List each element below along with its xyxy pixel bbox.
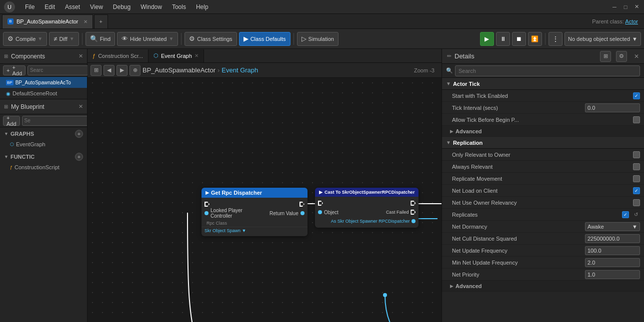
only-relevant-checkbox[interactable] bbox=[633, 151, 640, 158]
replicates-reset-button[interactable]: ↺ bbox=[632, 211, 640, 219]
blueprint-canvas[interactable]: ▶ Get Rpc Dispatcher Looked Player Contr… bbox=[88, 78, 442, 322]
menu-debug[interactable]: Debug bbox=[111, 2, 132, 11]
graphs-add-button[interactable]: + bbox=[75, 130, 83, 138]
debug-object-select[interactable]: No debug object selected ▼ bbox=[564, 32, 641, 46]
details-settings-button[interactable]: ⚙ bbox=[616, 51, 627, 62]
prop-min-net-update-freq: Min Net Update Frequency 2.0 bbox=[442, 257, 644, 269]
menu-asset[interactable]: Asset bbox=[63, 2, 82, 11]
actor-tick-chevron: ▼ bbox=[446, 81, 451, 86]
component-root-item[interactable]: ◉ DefaultSceneRoot bbox=[0, 88, 87, 99]
net-priority-input[interactable]: 1.0 bbox=[585, 270, 640, 279]
compile-icon: ⚙ bbox=[8, 35, 14, 42]
details-grid-button[interactable]: ⊞ bbox=[600, 51, 611, 62]
toolbar: ⚙ Compile ▼ ≠ Diff ▼ 🔍 Find 👁 Hide Unrel… bbox=[0, 29, 644, 49]
breadcrumb-separator: › bbox=[218, 66, 220, 74]
breadcrumb-current[interactable]: Event Graph bbox=[222, 66, 258, 74]
hide-unrelated-button[interactable]: 👁 Hide Unrelated ▼ bbox=[117, 32, 178, 46]
breadcrumb-root[interactable]: BP_AutoSpawnableActor bbox=[142, 66, 216, 74]
replicates-checkbox[interactable] bbox=[622, 211, 629, 218]
event-graph-tab-icon: ⬡ bbox=[154, 52, 158, 59]
actor-tick-section-header[interactable]: ▼ Actor Tick bbox=[442, 78, 644, 90]
diff-dropdown-icon[interactable]: ▼ bbox=[70, 36, 74, 41]
stop-button[interactable]: ⏹ bbox=[512, 32, 526, 46]
find-button[interactable]: 🔍 Find bbox=[86, 32, 115, 46]
graphs-section-header[interactable]: ▼ GRAPHS + bbox=[0, 128, 87, 139]
min-net-update-input[interactable]: 2.0 bbox=[585, 258, 640, 267]
prop-only-relevant: Only Relevant to Owner bbox=[442, 149, 644, 161]
replication-advanced-header[interactable]: ▶ Advanced bbox=[442, 281, 644, 292]
graphs-section: ▼ GRAPHS + ⬡ EventGraph bbox=[0, 127, 87, 150]
components-add-button[interactable]: + + Add bbox=[3, 65, 26, 75]
play-button[interactable]: ▶ bbox=[480, 32, 494, 46]
my-blueprint-add-button[interactable]: + Add bbox=[3, 116, 20, 126]
canvas-tab-construction[interactable]: ƒ Construction Scr... bbox=[88, 49, 148, 62]
actor-tick-advanced-title: Advanced bbox=[456, 128, 640, 134]
menu-window[interactable]: Window bbox=[138, 2, 164, 11]
details-search-input[interactable] bbox=[455, 65, 640, 76]
toolbar-right: ▶ ⏸ ⏹ ⏫ ⋮ No debug object selected ▼ bbox=[480, 32, 641, 46]
net-cull-input[interactable]: 225000000.0 bbox=[585, 234, 640, 243]
prop-tick-interval-value: 0.0 bbox=[585, 103, 640, 112]
construction-script-item[interactable]: ƒ ConstructionScript bbox=[0, 162, 87, 172]
functions-title: FUNCTIC bbox=[10, 154, 73, 160]
skip-button[interactable]: ⏫ bbox=[528, 32, 542, 46]
prop-tick-interval-label: Tick Interval (secs) bbox=[452, 105, 585, 111]
net-load-checkbox[interactable] bbox=[633, 187, 640, 194]
node-get-rpc-dispatcher-1[interactable]: ▶ Get Rpc Dispatcher Looked Player Contr… bbox=[202, 188, 308, 236]
my-blueprint-close[interactable]: ✕ bbox=[78, 103, 83, 110]
net-dormancy-select[interactable]: Awake ▼ bbox=[585, 222, 640, 231]
hide-dropdown-icon[interactable]: ▼ bbox=[168, 36, 174, 41]
menu-edit[interactable]: Edit bbox=[42, 2, 57, 11]
event-graph-item[interactable]: ⬡ EventGraph bbox=[0, 139, 87, 149]
my-blueprint-search-input[interactable] bbox=[22, 116, 87, 126]
nav-back-button[interactable]: ◀ bbox=[104, 65, 114, 76]
new-tab[interactable]: + bbox=[94, 14, 108, 28]
nav-forward-button[interactable]: ▶ bbox=[116, 65, 128, 76]
replicate-movement-checkbox[interactable] bbox=[633, 175, 640, 182]
node2-pin-object bbox=[318, 210, 322, 214]
diff-button[interactable]: ≠ Diff ▼ bbox=[49, 32, 78, 46]
minimize-button[interactable]: ─ bbox=[611, 3, 618, 10]
class-settings-button[interactable]: ⚙ Class Settings bbox=[184, 32, 236, 46]
prop-net-update-freq-label: Net Update Frequency bbox=[452, 248, 585, 254]
components-close[interactable]: ✕ bbox=[78, 53, 83, 59]
components-search-input[interactable] bbox=[28, 65, 96, 75]
menu-view[interactable]: View bbox=[88, 2, 105, 11]
actor-tick-advanced-header[interactable]: ▶ Advanced bbox=[442, 126, 644, 137]
find-icon: 🔍 bbox=[90, 35, 98, 42]
component-bp-item[interactable]: BP BP_AutoSpawnableAcTo bbox=[0, 77, 87, 88]
tick-interval-input[interactable]: 0.0 bbox=[585, 103, 640, 112]
always-relevant-checkbox[interactable] bbox=[633, 163, 640, 170]
menu-file[interactable]: File bbox=[23, 2, 36, 11]
grid-button[interactable]: ⊞ bbox=[90, 65, 102, 76]
menu-tools[interactable]: Tools bbox=[170, 2, 188, 11]
details-close[interactable]: ✕ bbox=[634, 53, 639, 60]
parent-class-link[interactable]: Actor bbox=[625, 18, 638, 24]
node-cast-object[interactable]: ▶ Cast To SkrObjectSpawnerRPCDispatcher … bbox=[315, 188, 418, 228]
components-header: ⊞ Components ✕ bbox=[0, 49, 87, 64]
main-tab-active[interactable]: B BP_AutoSpawnableActor ✕ bbox=[2, 14, 93, 28]
close-button[interactable]: ✕ bbox=[633, 3, 640, 10]
prop-always-relevant-label: Always Relevant bbox=[452, 164, 633, 170]
pause-button[interactable]: ⏸ bbox=[496, 32, 510, 46]
class-defaults-button[interactable]: ▶ Class Defaults bbox=[239, 32, 290, 46]
allow-tick-checkbox[interactable] bbox=[633, 116, 640, 123]
event-graph-tab-close[interactable]: ✕ bbox=[194, 53, 198, 58]
start-tick-checkbox[interactable] bbox=[633, 92, 640, 99]
menu-help[interactable]: Help bbox=[194, 2, 210, 11]
compile-dropdown-icon[interactable]: ▼ bbox=[38, 36, 42, 41]
replication-section-header[interactable]: ▼ Replication bbox=[442, 137, 644, 149]
maximize-button[interactable]: □ bbox=[622, 3, 629, 10]
functions-add-button[interactable]: + bbox=[75, 153, 83, 161]
canvas-tab-event-graph[interactable]: ⬡ Event Graph ✕ bbox=[148, 49, 204, 62]
more-button[interactable]: ⋮ bbox=[548, 32, 562, 46]
compile-button[interactable]: ⚙ Compile ▼ bbox=[3, 32, 47, 46]
main-tab-close[interactable]: ✕ bbox=[84, 19, 88, 24]
parent-class-info: Parent class: Actor bbox=[592, 18, 642, 24]
net-update-freq-input[interactable]: 100.0 bbox=[585, 246, 640, 255]
net-use-owner-checkbox[interactable] bbox=[633, 199, 640, 206]
functions-section-header[interactable]: ▼ FUNCTIC + bbox=[0, 151, 87, 162]
zoom-fit-button[interactable]: ⊕ bbox=[130, 65, 140, 76]
simulation-button[interactable]: ▷ Simulation bbox=[297, 32, 338, 46]
toolbar-separator-3 bbox=[294, 33, 294, 45]
